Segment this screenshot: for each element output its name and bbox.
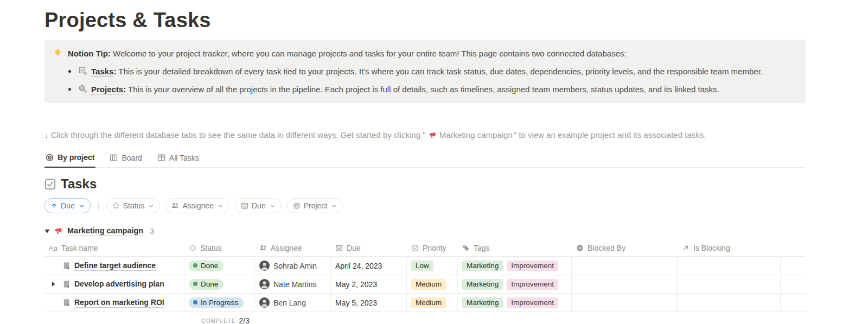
- notion-tip-callout: Notion Tip: Welcome to your project trac…: [44, 40, 806, 103]
- bullet-text: Projects: This is your overview of all t…: [91, 84, 719, 95]
- projects-database-icon: [79, 85, 87, 93]
- filter-chip-label: Assignee: [182, 201, 214, 210]
- arrow-up-icon: [50, 202, 58, 209]
- avatar: [259, 297, 270, 308]
- target-icon: [293, 202, 301, 209]
- is-blocking-cell[interactable]: [678, 275, 781, 293]
- tasks-database-icon: [79, 67, 87, 75]
- tip-label: Notion Tip:: [68, 49, 111, 58]
- arrow-ne-icon: [682, 244, 690, 252]
- task-name-link[interactable]: Define target audience: [74, 261, 156, 271]
- chevron-down-icon: [270, 203, 276, 209]
- extra-cell: [781, 294, 806, 312]
- group-collapse-toggle[interactable]: [44, 228, 50, 234]
- due-date[interactable]: May 5, 2023: [335, 298, 377, 307]
- hint-campaign: Marketing campaign: [439, 129, 513, 141]
- filter-chip-label: Due: [252, 201, 266, 210]
- tag-badge[interactable]: Marketing: [462, 297, 503, 308]
- tip-bullet-tasks: Tasks: This is your detailed breakdown o…: [68, 66, 797, 77]
- task-name-link[interactable]: Report on marketing ROI: [74, 298, 164, 308]
- page-icon: [62, 280, 71, 288]
- filter-chip-assignee[interactable]: Assignee: [165, 198, 229, 213]
- people-icon: [171, 202, 179, 209]
- blocked-by-cell[interactable]: [572, 294, 678, 312]
- column-task-name[interactable]: AaTask name: [44, 244, 184, 252]
- due-date[interactable]: April 24, 2023: [335, 262, 382, 270]
- filter-chip-project[interactable]: Project: [287, 198, 343, 213]
- group-header: Marketing campaign 3: [44, 226, 806, 236]
- row-expand-toggle[interactable]: [48, 282, 59, 287]
- tag-badge[interactable]: Improvement: [507, 297, 558, 308]
- assignee-cell[interactable]: Nate Martins: [259, 279, 316, 289]
- column-is-blocking[interactable]: Is Blocking: [678, 244, 781, 252]
- page-content: Projects & Tasks Notion Tip: Welcome to …: [44, 9, 806, 324]
- status-spinner-icon: [189, 244, 196, 252]
- priority-badge[interactable]: Medium: [411, 279, 446, 290]
- tag-badge[interactable]: Marketing: [462, 279, 503, 290]
- status-badge[interactable]: In Progress: [189, 297, 244, 308]
- task-name-link[interactable]: Develop advertising plan: [74, 279, 164, 289]
- filter-chip-status[interactable]: Status: [106, 198, 161, 213]
- chevron-down-icon: [79, 203, 85, 209]
- assignee-cell[interactable]: Ben Lang: [259, 297, 306, 308]
- filter-chip-due[interactable]: Due: [235, 198, 282, 213]
- database-heading: Tasks: [44, 176, 806, 192]
- table-row[interactable]: Develop advertising plan Done Nate Marti…: [44, 275, 806, 294]
- is-blocking-cell[interactable]: [678, 257, 781, 275]
- group-name-link[interactable]: Marketing campaign: [67, 226, 143, 236]
- calc-caption: COMPLETE: [202, 318, 236, 324]
- column-priority[interactable]: Priority: [407, 244, 458, 252]
- column-status[interactable]: Status: [184, 244, 255, 252]
- page-icon: [62, 298, 71, 307]
- tag-badge[interactable]: Improvement: [507, 279, 558, 290]
- instruction-hint: ↓ Click through the different database t…: [44, 129, 806, 141]
- calendar-icon: [241, 202, 248, 209]
- status-badge[interactable]: Done: [189, 279, 224, 290]
- blocked-by-cell[interactable]: [572, 275, 678, 293]
- board-icon: [110, 154, 118, 162]
- tab-board[interactable]: Board: [108, 150, 143, 167]
- projects-db-link[interactable]: Projects: [91, 85, 123, 94]
- blocked-icon: [576, 244, 584, 252]
- tasks-db-link[interactable]: Tasks: [91, 67, 113, 77]
- sort-chip-label: Due: [61, 201, 75, 210]
- chevron-down-icon: [218, 203, 224, 209]
- due-date[interactable]: May 2, 2023: [335, 280, 377, 289]
- extra-cell: [781, 257, 806, 275]
- priority-badge[interactable]: Medium: [411, 297, 446, 308]
- tag-badge[interactable]: Improvement: [507, 261, 558, 271]
- tab-by-project[interactable]: By project: [44, 150, 95, 168]
- filter-chip-label: Status: [123, 201, 145, 210]
- filter-chip-label: Project: [304, 201, 328, 210]
- table-row[interactable]: Report on marketing ROI In Progress Ben …: [44, 294, 806, 312]
- blocked-by-cell[interactable]: [572, 257, 678, 275]
- tag-badge[interactable]: Marketing: [462, 261, 503, 271]
- status-spinner-icon: [112, 202, 120, 209]
- tab-label: All Tasks: [169, 154, 199, 162]
- extra-cell: [781, 275, 806, 293]
- assignee-cell[interactable]: Sohrab Amin: [259, 261, 317, 271]
- target-icon: [46, 154, 54, 162]
- table-row[interactable]: Define target audience Done Sohrab Amin …: [44, 257, 806, 275]
- is-blocking-cell[interactable]: [678, 294, 781, 312]
- avatar: [259, 261, 270, 271]
- status-dot: [193, 300, 197, 304]
- database-title: Tasks: [61, 176, 97, 192]
- avatar: [259, 279, 270, 289]
- sort-chip-due[interactable]: Due: [44, 198, 91, 213]
- column-blocked-by[interactable]: Blocked By: [572, 244, 678, 252]
- column-assignee[interactable]: Assignee: [255, 244, 331, 252]
- tab-label: By project: [58, 153, 94, 162]
- column-tags[interactable]: Tags: [458, 244, 572, 252]
- column-due[interactable]: Due: [331, 244, 407, 252]
- group-count: 3: [150, 227, 154, 236]
- status-dot: [193, 263, 197, 268]
- complete-calc[interactable]: COMPLETE 2/3: [184, 316, 255, 324]
- tip-body: Welcome to your project tracker, where y…: [111, 49, 627, 58]
- calc-value: 2/3: [239, 316, 250, 324]
- tab-all-tasks[interactable]: All Tasks: [156, 150, 200, 167]
- text-type-icon: Aa: [49, 244, 58, 252]
- priority-circle-icon: [411, 244, 419, 252]
- status-badge[interactable]: Done: [189, 261, 224, 271]
- priority-badge[interactable]: Low: [411, 261, 433, 271]
